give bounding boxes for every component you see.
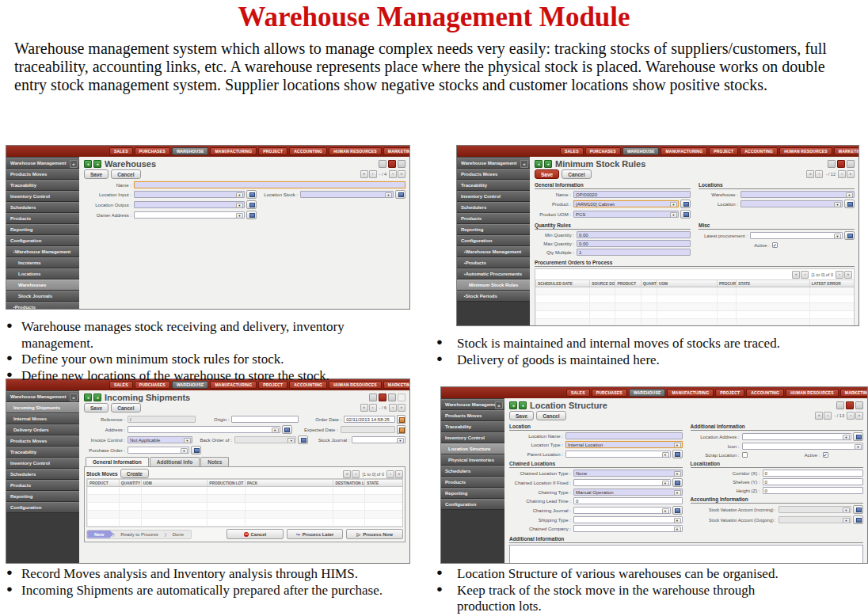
diagram-view-icon[interactable]: [398, 160, 405, 168]
location-output-select[interactable]: [134, 201, 245, 208]
open-record-icon[interactable]: [844, 200, 855, 208]
form-view-icon[interactable]: [837, 160, 845, 168]
menu-tab[interactable]: PURCHASES: [585, 147, 621, 155]
list-view-icon[interactable]: [836, 401, 844, 409]
sidebar-item[interactable]: Warehouse Management: [457, 246, 530, 257]
sidebar-item[interactable]: Delivery Orders: [6, 424, 79, 435]
table-header[interactable]: PRODUCT: [87, 480, 119, 486]
pager-next-button[interactable]: ›: [389, 404, 397, 412]
parent-location-select[interactable]: [565, 451, 671, 458]
name-input[interactable]: OP/00020: [573, 191, 691, 198]
chaining-lead-time-input[interactable]: 0: [573, 497, 683, 504]
save-button[interactable]: Save: [84, 169, 108, 179]
sidebar-item[interactable]: Products: [441, 477, 504, 488]
pager-last-button[interactable]: »: [395, 470, 403, 478]
menu-tab[interactable]: SALES: [560, 147, 584, 155]
pager-prev-button[interactable]: ‹: [369, 404, 377, 412]
pager-last-button[interactable]: »: [398, 404, 405, 412]
table-header[interactable]: DESTINATION LOCATION: [333, 480, 364, 486]
chained-company-select[interactable]: [573, 525, 683, 532]
menu-tab[interactable]: MARKETING: [840, 389, 867, 397]
menu-tab[interactable]: WAREHOUSE: [629, 389, 666, 397]
diagram-view-icon[interactable]: [847, 160, 855, 168]
menu-tab[interactable]: ACCOUNTING: [289, 147, 327, 155]
menu-tab[interactable]: ACCOUNTING: [740, 147, 778, 155]
address-select[interactable]: [128, 426, 280, 433]
menu-tab[interactable]: PURCHASES: [135, 147, 170, 155]
sidebar-item[interactable]: Schedulers: [457, 202, 530, 213]
calendar-icon[interactable]: [397, 425, 405, 434]
calendar-icon[interactable]: [397, 415, 405, 424]
max-quantity-input[interactable]: 0.00: [577, 240, 691, 247]
pager-prev-button[interactable]: ‹: [369, 170, 377, 178]
location-name-input[interactable]: [565, 432, 683, 439]
pager-last-button[interactable]: »: [844, 271, 852, 279]
active-checkbox[interactable]: [823, 452, 828, 458]
pager-first-button[interactable]: «: [360, 170, 368, 178]
sidebar-item[interactable]: Inventory Control: [457, 191, 530, 202]
sidebar-item[interactable]: Configuration: [6, 235, 79, 246]
sidebar-item[interactable]: Configuration: [6, 502, 79, 513]
menu-tab[interactable]: MARKETING: [383, 381, 409, 389]
open-record-icon[interactable]: [680, 210, 691, 219]
list-view-icon[interactable]: [379, 160, 386, 168]
shipping-type-select[interactable]: [573, 516, 683, 523]
stock-journal-select[interactable]: [352, 436, 405, 443]
table-header[interactable]: LATEST ERROR: [809, 280, 843, 287]
sidebar-item[interactable]: Products: [6, 302, 79, 309]
sidebar-item[interactable]: Products Moves: [6, 435, 79, 447]
menu-tab[interactable]: PROJECT: [709, 147, 738, 155]
shortcut-icon[interactable]: [93, 394, 101, 401]
open-record-icon[interactable]: [191, 446, 201, 454]
corridor-x-input[interactable]: 0: [763, 470, 864, 477]
save-button[interactable]: Save: [509, 411, 534, 420]
sidebar-item[interactable]: Internal Moves: [6, 413, 79, 424]
sidebar-item[interactable]: Reporting: [6, 224, 79, 235]
table-header[interactable]: STATE: [736, 280, 809, 287]
menu-tab[interactable]: HUMAN RESOURCES: [786, 389, 839, 397]
form-view-icon[interactable]: [388, 160, 396, 168]
sidebar-item[interactable]: Warehouse Management: [457, 158, 530, 169]
sidebar-item[interactable]: Physical Inventories: [441, 454, 504, 466]
sidebar-item[interactable]: Products: [457, 213, 530, 224]
open-record-icon[interactable]: [246, 190, 257, 199]
pager-last-button[interactable]: »: [847, 170, 855, 178]
process-later-button[interactable]: ↪Process Later: [287, 529, 344, 539]
table-header[interactable]: UOM: [657, 280, 717, 287]
order-date-input[interactable]: 02/11/2013 14:58:25: [344, 416, 395, 423]
save-button[interactable]: Save: [84, 403, 108, 413]
location-select[interactable]: [740, 200, 843, 207]
open-record-icon[interactable]: [298, 435, 308, 444]
notebook-tab[interactable]: Notes: [200, 457, 229, 466]
sidebar-item[interactable]: Location Structure: [441, 443, 504, 454]
list-view-icon[interactable]: [828, 160, 836, 168]
sidebar-item[interactable]: Traceability: [6, 447, 79, 458]
pager-next-button[interactable]: ›: [389, 170, 397, 178]
menu-tab[interactable]: MARKETING: [383, 147, 409, 155]
sidebar-item[interactable]: Reporting: [457, 224, 530, 235]
min-quantity-input[interactable]: 0.00: [577, 231, 691, 238]
sidebar-item[interactable]: Products: [6, 480, 79, 491]
list-view-icon[interactable]: [369, 394, 377, 401]
name-input[interactable]: [134, 181, 405, 188]
table-header[interactable]: PACK: [245, 480, 333, 486]
sidebar-item[interactable]: Inventory Control: [6, 191, 79, 202]
open-record-icon[interactable]: [672, 478, 683, 487]
open-record-icon[interactable]: [844, 231, 855, 240]
open-record-icon[interactable]: [853, 432, 863, 441]
table-header[interactable]: PRODUCTION LOT: [207, 480, 245, 486]
sidebar-item[interactable]: Traceability: [6, 180, 79, 191]
sidebar-item[interactable]: Incoterms: [6, 257, 79, 268]
pager-prev-button[interactable]: ‹: [815, 170, 823, 178]
active-checkbox[interactable]: [772, 242, 778, 248]
pager-last-button[interactable]: »: [855, 412, 863, 420]
pager-next-button[interactable]: ›: [386, 470, 394, 478]
chaining-type-select[interactable]: Manual Operation: [573, 489, 683, 496]
menu-tab[interactable]: PROJECT: [715, 389, 744, 397]
chained-location-type-select[interactable]: None: [573, 470, 683, 477]
menu-tab[interactable]: MANUFACTURING: [667, 389, 714, 397]
latest-procurement-select[interactable]: [750, 232, 843, 239]
menu-tab[interactable]: HUMAN RESOURCES: [779, 147, 832, 155]
qty-multiple-input[interactable]: 1: [577, 249, 691, 256]
table-header[interactable]: STATE: [364, 480, 380, 486]
